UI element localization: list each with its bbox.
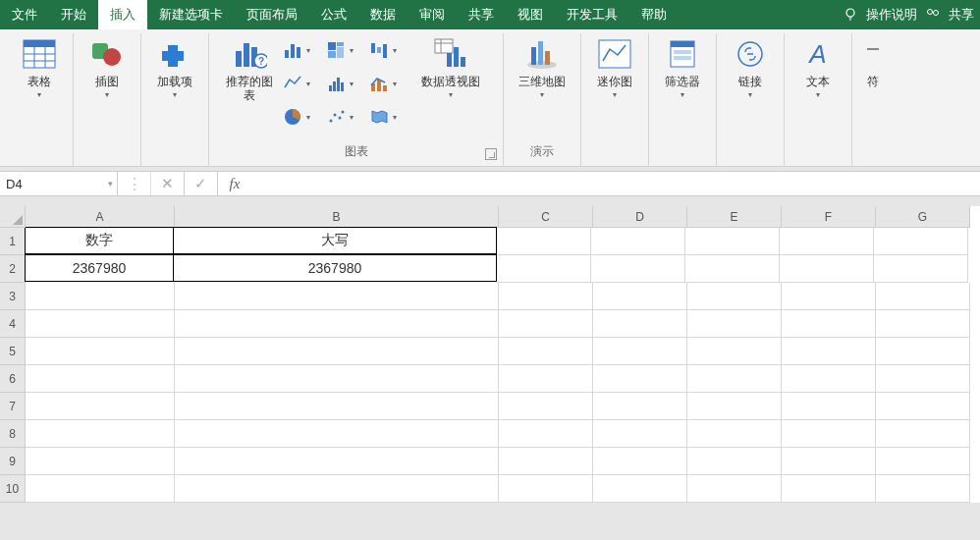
- cell-E3[interactable]: [687, 283, 782, 310]
- tab-file[interactable]: 文件: [0, 0, 49, 29]
- pie-chart-button[interactable]: ▾: [283, 102, 318, 132]
- cell-G7[interactable]: [876, 393, 970, 420]
- col-header-F[interactable]: F: [782, 206, 876, 228]
- cell-A5[interactable]: [26, 338, 175, 365]
- hierarchy-chart-button[interactable]: ▾: [326, 35, 361, 65]
- cell-D8[interactable]: [593, 420, 687, 448]
- tab-data[interactable]: 数据: [358, 0, 408, 29]
- row-header-6[interactable]: 6: [0, 365, 26, 393]
- cell-C3[interactable]: [499, 283, 593, 310]
- spreadsheet-grid[interactable]: A B C D E F G 1数字大写223679802367980345678…: [0, 206, 980, 503]
- cell-D3[interactable]: [593, 283, 687, 310]
- cell-D10[interactable]: [593, 475, 687, 503]
- cell-D4[interactable]: [593, 310, 687, 338]
- cell-G6[interactable]: [876, 365, 970, 393]
- cell-G10[interactable]: [876, 475, 970, 503]
- cell-D9[interactable]: [593, 448, 687, 475]
- enter-button[interactable]: ✓: [185, 172, 218, 195]
- cell-G2[interactable]: [874, 255, 968, 283]
- symbols-button[interactable]: 符: [858, 35, 888, 90]
- cell-G4[interactable]: [876, 310, 970, 338]
- 3d-map-button[interactable]: 三维地图 ▾: [510, 35, 574, 101]
- cell-F1[interactable]: [780, 228, 874, 255]
- cell-B4[interactable]: [175, 310, 499, 338]
- row-header-2[interactable]: 2: [0, 255, 26, 283]
- cell-F3[interactable]: [782, 283, 876, 310]
- cell-C7[interactable]: [499, 393, 593, 420]
- cell-C4[interactable]: [499, 310, 593, 338]
- cell-B8[interactable]: [175, 420, 499, 448]
- tab-home[interactable]: 开始: [49, 0, 98, 29]
- row-header-7[interactable]: 7: [0, 393, 26, 420]
- tab-review[interactable]: 审阅: [408, 0, 457, 29]
- cell-E8[interactable]: [687, 420, 782, 448]
- cell-E6[interactable]: [687, 365, 782, 393]
- cell-E7[interactable]: [687, 393, 782, 420]
- cell-G9[interactable]: [876, 448, 970, 475]
- lightbulb-icon[interactable]: [843, 6, 858, 25]
- formula-input[interactable]: [251, 172, 980, 195]
- cell-A9[interactable]: [26, 448, 175, 475]
- cell-G3[interactable]: [876, 283, 970, 310]
- dialog-launcher-icon[interactable]: [485, 148, 497, 160]
- recommended-charts-button[interactable]: ? 推荐的图表: [222, 35, 277, 104]
- illustrations-button[interactable]: 插图 ▾: [80, 35, 135, 101]
- cell-A7[interactable]: [26, 393, 175, 420]
- cell-C1[interactable]: [497, 228, 591, 255]
- cell-G8[interactable]: [876, 420, 970, 448]
- tab-insert[interactable]: 插入: [98, 0, 147, 29]
- tab-newtab[interactable]: 新建选项卡: [147, 0, 235, 29]
- sparklines-button[interactable]: 迷你图 ▾: [587, 35, 642, 101]
- cell-B9[interactable]: [175, 448, 499, 475]
- cell-B10[interactable]: [175, 475, 499, 503]
- cell-A6[interactable]: [26, 365, 175, 393]
- pivotchart-button[interactable]: 数据透视图 ▾: [410, 35, 491, 101]
- tab-pagelayout[interactable]: 页面布局: [235, 0, 309, 29]
- name-box[interactable]: D4 ▾: [0, 172, 118, 195]
- map-chart-button[interactable]: ▾: [369, 102, 405, 132]
- text-button[interactable]: A 文本 ▾: [790, 35, 845, 101]
- cancel-button[interactable]: ✕: [151, 172, 185, 195]
- cell-A8[interactable]: [26, 420, 175, 448]
- row-header-8[interactable]: 8: [0, 420, 26, 448]
- tab-view[interactable]: 视图: [506, 0, 555, 29]
- cell-B3[interactable]: [175, 283, 499, 310]
- col-header-B[interactable]: B: [175, 206, 499, 228]
- cell-C5[interactable]: [499, 338, 593, 365]
- row-header-1[interactable]: 1: [0, 228, 26, 255]
- cell-B5[interactable]: [175, 338, 499, 365]
- cell-B1[interactable]: 大写: [173, 227, 497, 254]
- cell-A10[interactable]: [26, 475, 175, 503]
- cell-F9[interactable]: [782, 448, 876, 475]
- cell-C6[interactable]: [499, 365, 593, 393]
- cell-D1[interactable]: [591, 228, 685, 255]
- row-header-4[interactable]: 4: [0, 310, 26, 338]
- column-chart-button[interactable]: ▾: [283, 35, 318, 65]
- cell-F10[interactable]: [782, 475, 876, 503]
- cell-B7[interactable]: [175, 393, 499, 420]
- cell-F7[interactable]: [782, 393, 876, 420]
- cell-E2[interactable]: [685, 255, 780, 283]
- col-header-G[interactable]: G: [876, 206, 970, 228]
- scatter-chart-button[interactable]: ▾: [326, 102, 361, 132]
- cell-A2[interactable]: 2367980: [25, 254, 174, 282]
- links-button[interactable]: 链接 ▾: [723, 35, 778, 101]
- cell-F5[interactable]: [782, 338, 876, 365]
- tab-share[interactable]: 共享: [457, 0, 506, 29]
- waterfall-chart-button[interactable]: ▾: [369, 35, 405, 65]
- cell-E5[interactable]: [687, 338, 782, 365]
- tab-developer[interactable]: 开发工具: [555, 0, 629, 29]
- cell-C10[interactable]: [499, 475, 593, 503]
- share-label[interactable]: 共享: [949, 6, 974, 24]
- cell-A1[interactable]: 数字: [25, 227, 174, 254]
- cell-E1[interactable]: [685, 228, 780, 255]
- cell-C8[interactable]: [499, 420, 593, 448]
- col-header-E[interactable]: E: [687, 206, 782, 228]
- cell-E10[interactable]: [687, 475, 782, 503]
- cell-F2[interactable]: [780, 255, 874, 283]
- line-chart-button[interactable]: ▾: [283, 69, 318, 98]
- fx-button[interactable]: fx: [218, 172, 251, 195]
- row-header-9[interactable]: 9: [0, 448, 26, 475]
- row-header-5[interactable]: 5: [0, 338, 26, 365]
- cell-G1[interactable]: [874, 228, 968, 255]
